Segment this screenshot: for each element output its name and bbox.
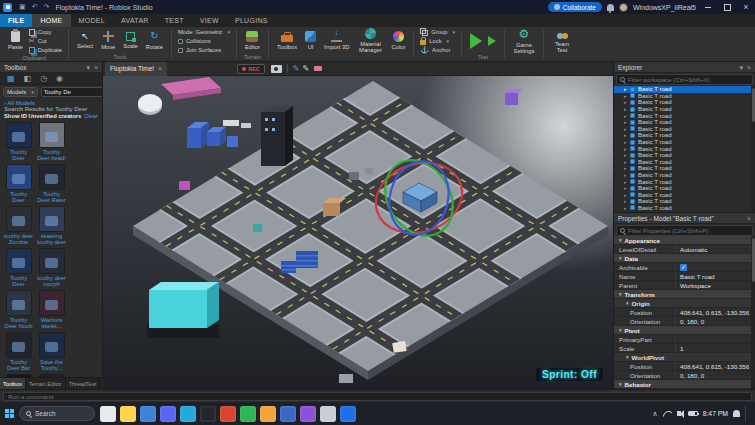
taskbar-search[interactable]: Search (19, 406, 95, 421)
toolbox-model-item[interactable]: Toothy Deer (2, 248, 35, 287)
property-value[interactable]: Automatic (676, 246, 751, 253)
taskbar-app-icon[interactable] (100, 406, 116, 422)
taskbar-app-icon[interactable] (280, 406, 296, 422)
taskbar-app-icon[interactable] (120, 406, 136, 422)
property-row[interactable]: Origin (614, 299, 751, 308)
property-row[interactable]: Transform (614, 290, 751, 299)
property-row[interactable]: Name Basic T road (614, 272, 751, 281)
creator-filter-label[interactable]: Show ID Unverified creators (4, 113, 82, 119)
toolbox-model-item[interactable]: Toothy Deer Bat mobile (2, 332, 35, 371)
taskbar-app-icon[interactable] (200, 406, 216, 422)
toolbox-model-item[interactable]: Toothy Deer Noob (2, 290, 35, 329)
expand-arrow-icon[interactable]: ▸ (624, 165, 629, 171)
toolbox-model-item[interactable]: Toothy Deer head! (35, 122, 68, 161)
team-test-button[interactable]: Team Test (548, 28, 576, 53)
property-value[interactable]: Workspace (676, 282, 751, 289)
toolbox-model-item[interactable]: Toothy Deer (2, 122, 35, 161)
explorer-item[interactable]: ▸ Basic T road (614, 99, 751, 106)
redo-icon[interactable]: ↷ (44, 0, 50, 14)
minimize-button[interactable] (701, 0, 715, 14)
taskbar-app-icon[interactable] (300, 406, 316, 422)
explorer-item[interactable]: ▸ Basic T road (614, 86, 751, 93)
panel-tab[interactable]: ThreadTest (66, 378, 101, 389)
explorer-item[interactable]: ▸ Basic T road (614, 198, 751, 205)
anchor-button[interactable]: Anchor (418, 46, 457, 54)
close-panel-icon[interactable]: × (747, 62, 751, 73)
expand-arrow-icon[interactable]: ▸ (624, 179, 629, 185)
property-value[interactable]: Basic T road (676, 273, 751, 280)
expand-arrow-icon[interactable]: ▸ (624, 152, 629, 158)
model-thumbnail[interactable] (39, 206, 65, 232)
property-row[interactable]: LevelOfDetail Automatic (614, 245, 751, 254)
maximize-button[interactable] (720, 0, 734, 14)
model-thumbnail[interactable] (6, 164, 32, 190)
panel-tab[interactable]: Terrain Editor (26, 378, 66, 389)
explorer-item[interactable]: ▸ Basic T road (614, 93, 751, 100)
duplicate-button[interactable]: Duplicate (27, 46, 64, 54)
cut-button[interactable]: Cut (27, 37, 64, 45)
property-row[interactable]: PrimaryPart (614, 335, 751, 344)
ribbon-tab[interactable]: PLUGINS (227, 14, 276, 27)
expand-arrow-icon[interactable]: ▸ (624, 159, 629, 165)
property-row[interactable]: Position 408.641, 0.615, -130.356 (614, 362, 751, 371)
eraser-icon[interactable] (314, 66, 322, 71)
property-value[interactable]: 408.641, 0.615, -130.356 (676, 363, 751, 370)
join-surfaces-checkbox[interactable]: Join Surfaces (176, 46, 232, 54)
expand-arrow-icon[interactable]: ▸ (624, 146, 629, 152)
volume-icon[interactable] (677, 411, 681, 416)
scale-tool-button[interactable]: Scale (119, 32, 142, 49)
expand-arrow-icon[interactable]: ▸ (624, 99, 629, 105)
model-thumbnail[interactable] (39, 164, 65, 190)
collaborate-button[interactable]: Collaborate (548, 2, 602, 12)
user-avatar[interactable] (619, 3, 628, 12)
ribbon-tab[interactable]: MODEL (71, 14, 113, 27)
property-row[interactable]: Position 408.641, 0.615, -130.356 (614, 308, 751, 317)
expand-arrow-icon[interactable]: ▸ (624, 86, 629, 92)
ribbon-tab[interactable]: HOME (32, 14, 70, 27)
explorer-filter[interactable] (616, 74, 753, 85)
property-row[interactable]: Parent Workspace (614, 281, 751, 290)
category-dropdown[interactable]: Models ▾ (3, 87, 38, 97)
taskbar-app-icon[interactable] (260, 406, 276, 422)
expand-arrow-icon[interactable]: ▸ (624, 119, 629, 125)
property-row[interactable]: Appearance (614, 236, 751, 245)
taskbar-app-icon[interactable] (320, 406, 336, 422)
property-row[interactable]: Archivable (614, 263, 751, 272)
taskbar-app-icon[interactable] (340, 406, 356, 422)
expand-arrow-icon[interactable]: ▸ (624, 172, 629, 178)
model-thumbnail[interactable] (39, 248, 65, 274)
panel-tab[interactable]: Toolbox (0, 378, 26, 389)
rotate-tool-button[interactable]: Rotate (142, 31, 167, 50)
property-value[interactable] (676, 264, 751, 271)
screenshot-camera-icon[interactable] (271, 65, 282, 73)
explorer-item[interactable]: ▸ Basic T road (614, 185, 751, 192)
mode-dropdown[interactable]: Mode: Geometric▾ (176, 28, 232, 36)
properties-filter-input[interactable] (628, 228, 749, 234)
expand-arrow-icon[interactable]: ▸ (624, 126, 629, 132)
clock-label[interactable]: 8:47 PM (703, 410, 728, 417)
battery-icon[interactable] (688, 411, 698, 416)
explorer-item[interactable]: ▸ Basic T road (614, 152, 751, 159)
property-value[interactable]: 0, 180, 0 (676, 318, 751, 325)
explorer-item[interactable]: ▸ Basic T road (614, 165, 751, 172)
explorer-item[interactable]: ▸ Basic T road (614, 192, 751, 199)
model-thumbnail[interactable] (6, 206, 32, 232)
close-button[interactable] (739, 0, 753, 14)
toolbox-model-item[interactable]: skateing toothy deer (35, 206, 68, 245)
select-tool-button[interactable]: Select (73, 32, 97, 50)
material-manager-button[interactable]: Material Manager (354, 28, 388, 53)
move-tool-button[interactable]: Move (97, 31, 119, 50)
group-button[interactable]: Group▾ (418, 28, 457, 36)
expand-arrow-icon[interactable]: ▸ (624, 132, 629, 138)
color-button[interactable]: Color (388, 31, 410, 50)
property-value[interactable]: 1 (676, 345, 751, 352)
taskbar-app-icon[interactable] (220, 406, 236, 422)
properties-scrollbar[interactable] (751, 236, 755, 389)
lock-button[interactable]: Lock▾ (418, 37, 457, 45)
explorer-item[interactable]: ▸ Basic T road (614, 112, 751, 119)
import-3d-button[interactable]: Import 3D (320, 31, 353, 50)
close-panel-icon[interactable]: × (747, 213, 751, 224)
expand-arrow-icon[interactable]: ▸ (624, 185, 629, 191)
model-thumbnail[interactable] (6, 248, 32, 274)
command-bar-input[interactable] (3, 392, 752, 401)
